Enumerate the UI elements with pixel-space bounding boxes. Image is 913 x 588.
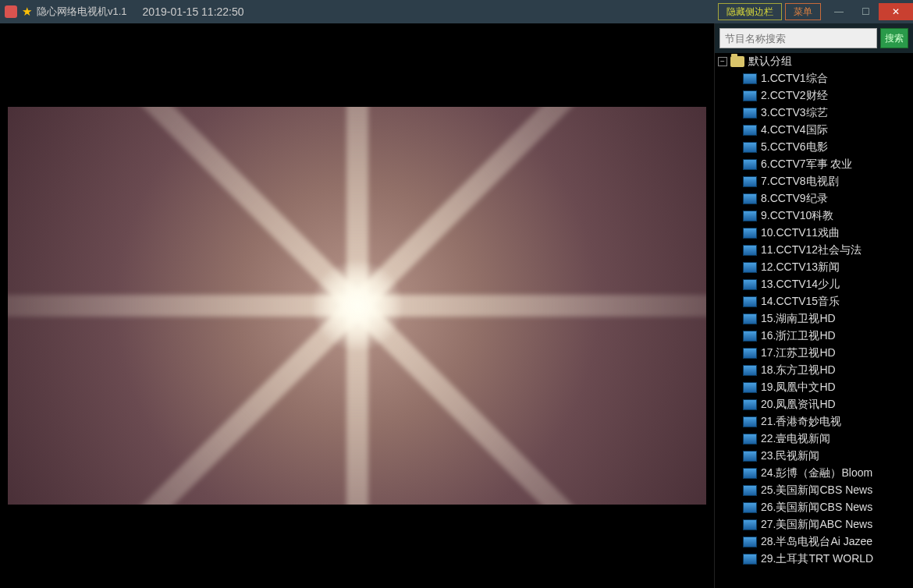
search-button[interactable]: 搜索: [880, 28, 908, 48]
minimize-button[interactable]: —: [826, 3, 852, 20]
tv-icon: [743, 245, 757, 256]
channel-name: 27.美国新闻ABC News: [761, 518, 872, 532]
channel-item[interactable]: 14.CCTV15音乐: [743, 293, 913, 310]
channel-item[interactable]: 23.民视新闻: [743, 448, 913, 465]
channel-name: 22.壹电视新闻: [761, 432, 830, 446]
maximize-button[interactable]: ☐: [852, 3, 879, 20]
tv-icon: [743, 176, 757, 187]
channel-name: 19.凤凰中文HD: [761, 381, 836, 395]
channel-name: 11.CCTV12社会与法: [761, 243, 861, 257]
tv-icon: [743, 434, 757, 445]
channel-item[interactable]: 8.CCTV9纪录: [743, 190, 913, 207]
channel-item[interactable]: 17.江苏卫视HD: [743, 345, 913, 362]
channel-name: 10.CCTV11戏曲: [761, 226, 840, 240]
channel-name: 29.土耳其TRT WORLD: [761, 552, 873, 566]
channel-name: 21.香港奇妙电视: [761, 415, 841, 429]
tv-icon: [743, 519, 757, 530]
video-area[interactable]: [0, 23, 714, 588]
channel-item[interactable]: 27.美国新闻ABC News: [743, 516, 913, 533]
tv-icon: [743, 382, 757, 393]
channel-name: 17.江苏卫视HD: [761, 346, 836, 360]
channel-name: 8.CCTV9纪录: [761, 192, 828, 206]
tv-icon: [743, 451, 757, 462]
channel-item[interactable]: 5.CCTV6电影: [743, 139, 913, 156]
channel-item[interactable]: 4.CCTV4国际: [743, 122, 913, 139]
timestamp: 2019-01-15 11:22:50: [143, 5, 244, 18]
menu-button[interactable]: 菜单: [785, 3, 821, 20]
channel-item[interactable]: 18.东方卫视HD: [743, 362, 913, 379]
channel-name: 26.美国新闻CBS News: [761, 501, 872, 515]
channel-item[interactable]: 1.CCTV1综合: [743, 70, 913, 87]
channel-item[interactable]: 28.半岛电视台Ai Jazee: [743, 533, 913, 551]
channel-item[interactable]: 9.CCTV10科教: [743, 207, 913, 225]
tv-icon: [743, 485, 757, 496]
search-row: 搜索: [715, 23, 913, 53]
main-area: 搜索 − 默认分组 1.CCTV1综合2.CCTV2财经3.CCTV3综艺4.C…: [0, 23, 913, 588]
group-label: 默认分组: [748, 55, 792, 69]
tv-icon: [743, 90, 757, 101]
channel-name: 20.凤凰资讯HD: [761, 398, 836, 412]
star-icon: ★: [22, 5, 32, 19]
folder-icon: [730, 56, 744, 67]
channel-item[interactable]: 6.CCTV7军事 农业: [743, 156, 913, 173]
channel-item[interactable]: 11.CCTV12社会与法: [743, 242, 913, 259]
channel-item[interactable]: 24.彭博（金融）Bloom: [743, 465, 913, 482]
hide-sidebar-button[interactable]: 隐藏侧边栏: [718, 3, 782, 20]
channel-item[interactable]: 22.壹电视新闻: [743, 430, 913, 448]
channel-item[interactable]: 10.CCTV11戏曲: [743, 225, 913, 242]
channel-list: 1.CCTV1综合2.CCTV2财经3.CCTV3综艺4.CCTV4国际5.CC…: [715, 70, 913, 568]
app-icon: [5, 5, 17, 18]
search-input[interactable]: [719, 28, 877, 48]
channel-item[interactable]: 16.浙江卫视HD: [743, 328, 913, 345]
channel-name: 6.CCTV7军事 农业: [761, 158, 852, 172]
channel-item[interactable]: 15.湖南卫视HD: [743, 310, 913, 328]
channel-name: 3.CCTV3综艺: [761, 106, 828, 120]
channel-name: 9.CCTV10科教: [761, 209, 833, 223]
tv-icon: [743, 296, 757, 307]
channel-name: 1.CCTV1综合: [761, 72, 828, 86]
channel-name: 16.浙江卫视HD: [761, 329, 836, 343]
tv-icon: [743, 537, 757, 547]
tv-icon: [743, 73, 757, 84]
channel-name: 28.半岛电视台Ai Jazee: [761, 535, 872, 549]
sidebar: 搜索 − 默认分组 1.CCTV1综合2.CCTV2财经3.CCTV3综艺4.C…: [714, 23, 913, 588]
tv-icon: [743, 554, 757, 565]
tv-icon: [743, 468, 757, 479]
tv-icon: [743, 125, 757, 136]
channel-name: 18.东方卫视HD: [761, 363, 836, 377]
channel-item[interactable]: 12.CCTV13新闻: [743, 259, 913, 276]
window-controls: — ☐ ✕: [826, 0, 913, 23]
tv-icon: [743, 108, 757, 119]
channel-name: 24.彭博（金融）Bloom: [761, 466, 872, 480]
video-frame: [8, 107, 706, 505]
channel-name: 23.民视新闻: [761, 449, 819, 463]
tv-icon: [743, 502, 757, 513]
channel-item[interactable]: 19.凤凰中文HD: [743, 379, 913, 396]
channel-item[interactable]: 13.CCTV14少儿: [743, 276, 913, 293]
title-bar: ★ 隐心网络电视机v1.1 2019-01-15 11:22:50 隐藏侧边栏 …: [0, 0, 913, 23]
channel-item[interactable]: 20.凤凰资讯HD: [743, 396, 913, 413]
channel-name: 15.湖南卫视HD: [761, 312, 836, 326]
channel-item[interactable]: 29.土耳其TRT WORLD: [743, 551, 913, 568]
close-button[interactable]: ✕: [879, 3, 913, 20]
channel-item[interactable]: 7.CCTV8电视剧: [743, 173, 913, 190]
tv-icon: [743, 142, 757, 153]
channel-name: 4.CCTV4国际: [761, 123, 828, 137]
tv-icon: [743, 211, 757, 221]
channel-name: 14.CCTV15音乐: [761, 295, 840, 309]
channel-name: 2.CCTV2财经: [761, 89, 828, 103]
channel-item[interactable]: 2.CCTV2财经: [743, 87, 913, 104]
channel-tree[interactable]: − 默认分组 1.CCTV1综合2.CCTV2财经3.CCTV3综艺4.CCTV…: [715, 53, 913, 588]
tv-icon: [743, 279, 757, 290]
channel-name: 12.CCTV13新闻: [761, 260, 840, 275]
tv-icon: [743, 365, 757, 376]
channel-name: 7.CCTV8电视剧: [761, 175, 839, 189]
channel-item[interactable]: 3.CCTV3综艺: [743, 104, 913, 122]
lens-flare-core: [311, 259, 404, 352]
collapse-icon[interactable]: −: [718, 57, 727, 66]
tree-group-default[interactable]: − 默认分组: [715, 53, 913, 70]
channel-item[interactable]: 25.美国新闻CBS News: [743, 482, 913, 499]
channel-item[interactable]: 26.美国新闻CBS News: [743, 499, 913, 516]
channel-item[interactable]: 21.香港奇妙电视: [743, 413, 913, 430]
channel-name: 13.CCTV14少儿: [761, 278, 840, 292]
